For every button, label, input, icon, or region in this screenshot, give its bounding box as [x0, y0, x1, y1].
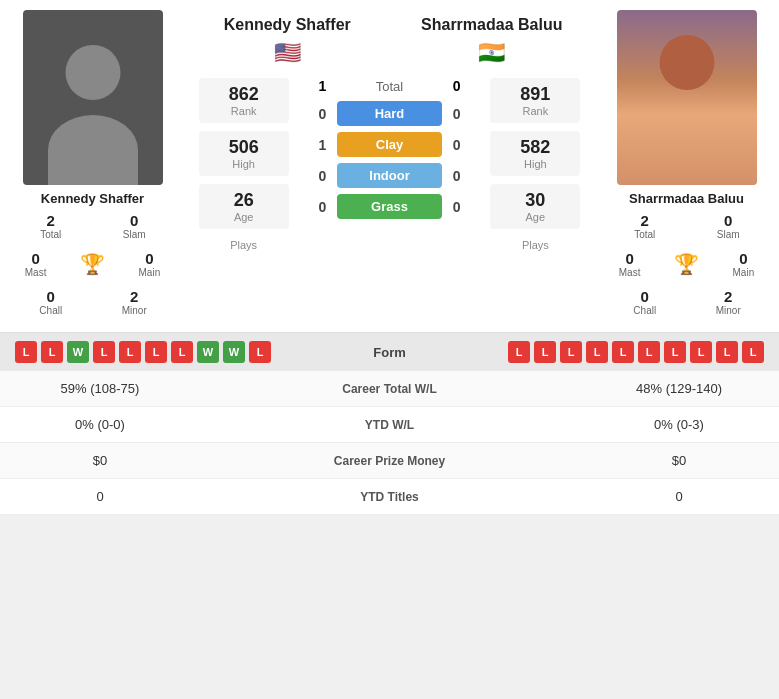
hard-left-score: 0	[307, 106, 337, 122]
right-plays-label: Plays	[522, 239, 549, 251]
total-left-score: 1	[307, 78, 337, 94]
right-player-panel: Sharrmadaa Baluu 2 Total 0 Slam 0 Mast 🏆	[594, 10, 779, 322]
left-mast-cell: 0 Mast	[25, 248, 47, 280]
grass-right-score: 0	[442, 199, 472, 215]
left-slam-value: 0	[94, 212, 176, 229]
left-minor-value: 2	[94, 288, 176, 305]
left-rank-label: Rank	[211, 105, 277, 117]
indoor-row: 0 Indoor 0	[307, 160, 471, 191]
stat-left-value: 0	[0, 479, 200, 515]
stats-surface-row: 862 Rank 506 High 26 Age Plays	[185, 74, 594, 257]
form-badge-left: L	[15, 341, 37, 363]
form-badge-left: L	[249, 341, 271, 363]
grass-badge: Grass	[337, 194, 441, 219]
right-chall-value: 0	[604, 288, 686, 305]
stat-right-value: 0% (0-3)	[579, 407, 779, 443]
left-player-stats: 2 Total 0 Slam	[0, 206, 185, 246]
right-name-area: Sharrmadaa Baluu 🇮🇳	[390, 15, 595, 66]
stat-left-value: 59% (108-75)	[0, 371, 200, 407]
right-minor-label: Minor	[688, 305, 770, 316]
right-slam-cell: 0 Slam	[688, 210, 770, 242]
form-badge-right: L	[742, 341, 764, 363]
left-trophy-icon: 🏆	[80, 252, 105, 276]
right-mast-main-row: 0 Mast 🏆 0 Main	[594, 246, 779, 282]
right-rank-box: 891 Rank	[490, 78, 580, 123]
right-rank-value: 891	[502, 84, 568, 105]
form-badge-left: L	[171, 341, 193, 363]
left-plays-label: Plays	[230, 239, 257, 251]
clay-badge: Clay	[337, 132, 441, 157]
form-badge-right: L	[586, 341, 608, 363]
right-chall-minor-row: 0 Chall 2 Minor	[594, 282, 779, 322]
surface-section: 1 Total 0 0 Hard 0 1 Clay 0	[302, 74, 476, 257]
form-badge-right: L	[664, 341, 686, 363]
stat-label: YTD Titles	[200, 479, 579, 515]
left-total-label: Total	[10, 229, 92, 240]
form-badge-left: L	[119, 341, 141, 363]
stat-right-value: 48% (129-140)	[579, 371, 779, 407]
form-center-label: Form	[330, 345, 450, 360]
stats-table: 59% (108-75) Career Total W/L 48% (129-1…	[0, 371, 779, 515]
right-total-value: 2	[604, 212, 686, 229]
left-total-cell: 2 Total	[10, 210, 92, 242]
left-high-label: High	[211, 158, 277, 170]
grass-row: 0 Grass 0	[307, 191, 471, 222]
main-container: Kennedy Shaffer 2 Total 0 Slam 0 Mast 🏆	[0, 0, 779, 515]
right-slam-value: 0	[688, 212, 770, 229]
form-badge-right: L	[716, 341, 738, 363]
right-age-value: 30	[502, 190, 568, 211]
right-trophy-icon: 🏆	[674, 252, 699, 276]
form-left: LLWLLLLWWL	[15, 341, 330, 363]
right-mast-label: Mast	[619, 267, 641, 278]
left-player-name: Kennedy Shaffer	[41, 191, 144, 206]
right-age-label: Age	[502, 211, 568, 223]
right-mast-cell: 0 Mast	[619, 248, 641, 280]
form-badge-right: L	[638, 341, 660, 363]
right-high-label: High	[502, 158, 568, 170]
stats-row: 59% (108-75) Career Total W/L 48% (129-1…	[0, 371, 779, 407]
right-plays: Plays	[522, 233, 549, 257]
right-minor-value: 2	[688, 288, 770, 305]
left-mast-label: Mast	[25, 267, 47, 278]
top-section: Kennedy Shaffer 2 Total 0 Slam 0 Mast 🏆	[0, 0, 779, 332]
right-player-name: Sharrmadaa Baluu	[629, 191, 744, 206]
left-chall-minor-row: 0 Chall 2 Minor	[0, 282, 185, 322]
left-chall-value: 0	[10, 288, 92, 305]
left-slam-cell: 0 Slam	[94, 210, 176, 242]
right-chall-cell: 0 Chall	[604, 286, 686, 318]
right-mast-value: 0	[619, 250, 641, 267]
left-mast-main-row: 0 Mast 🏆 0 Main	[0, 246, 185, 282]
right-slam-label: Slam	[688, 229, 770, 240]
right-chall-label: Chall	[604, 305, 686, 316]
indoor-badge: Indoor	[337, 163, 441, 188]
clay-row: 1 Clay 0	[307, 129, 471, 160]
stat-right-value: 0	[579, 479, 779, 515]
form-badge-left: W	[197, 341, 219, 363]
form-badge-left: W	[223, 341, 245, 363]
left-rank-value: 862	[211, 84, 277, 105]
stats-row: $0 Career Prize Money $0	[0, 443, 779, 479]
left-mast-value: 0	[25, 250, 47, 267]
left-age-label: Age	[211, 211, 277, 223]
stat-right-value: $0	[579, 443, 779, 479]
right-main-label: Main	[733, 267, 755, 278]
middle-panel: Kennedy Shaffer 🇺🇸 Sharrmadaa Baluu 🇮🇳 8…	[185, 10, 594, 322]
stats-row: 0 YTD Titles 0	[0, 479, 779, 515]
left-total-value: 2	[10, 212, 92, 229]
total-right-score: 0	[442, 78, 472, 94]
left-flag: 🇺🇸	[185, 40, 390, 66]
right-minor-cell: 2 Minor	[688, 286, 770, 318]
right-main-cell: 0 Main	[733, 248, 755, 280]
left-full-name: Kennedy Shaffer	[185, 15, 390, 34]
form-badge-left: L	[41, 341, 63, 363]
left-high-value: 506	[211, 137, 277, 158]
total-label: Total	[337, 79, 441, 94]
form-badge-right: L	[612, 341, 634, 363]
left-high-box: 506 High	[199, 131, 289, 176]
left-slam-label: Slam	[94, 229, 176, 240]
left-plays: Plays	[230, 233, 257, 257]
stat-label: YTD W/L	[200, 407, 579, 443]
left-stats-col: 862 Rank 506 High 26 Age Plays	[185, 74, 302, 257]
left-chall-label: Chall	[10, 305, 92, 316]
left-name-area: Kennedy Shaffer 🇺🇸	[185, 15, 390, 66]
